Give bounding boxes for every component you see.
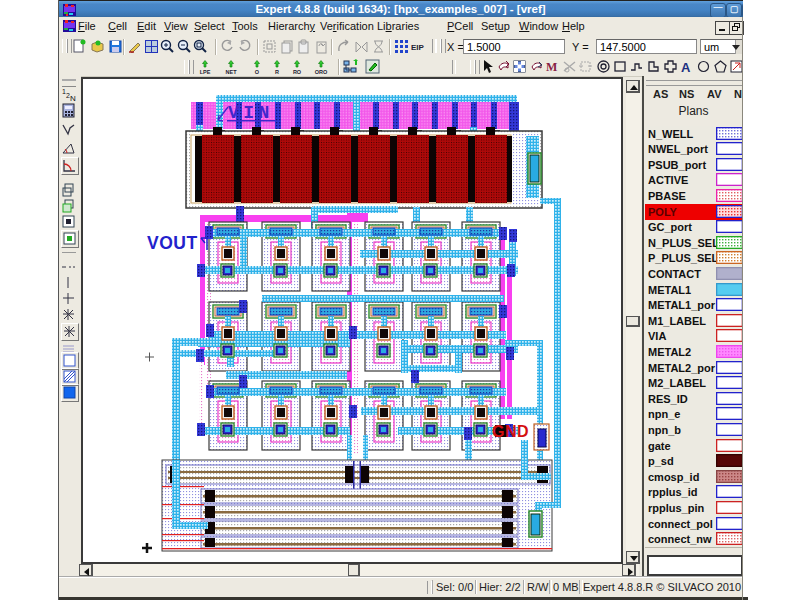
svg-text:A: A [681,60,691,74]
svg-text:GND: GND [492,423,529,440]
svg-text:VOUT: VOUT [147,233,198,253]
svg-text:ORO: ORO [315,69,328,75]
svg-text:EIP: EIP [411,43,425,52]
svg-text:O: O [255,69,260,75]
svg-text:NET: NET [226,69,238,75]
svg-text:M: M [546,60,557,74]
svg-text:RO: RO [293,69,302,75]
svg-text:N: N [70,94,76,102]
svg-text:R: R [275,69,279,75]
svg-text:LPE: LPE [200,69,211,75]
